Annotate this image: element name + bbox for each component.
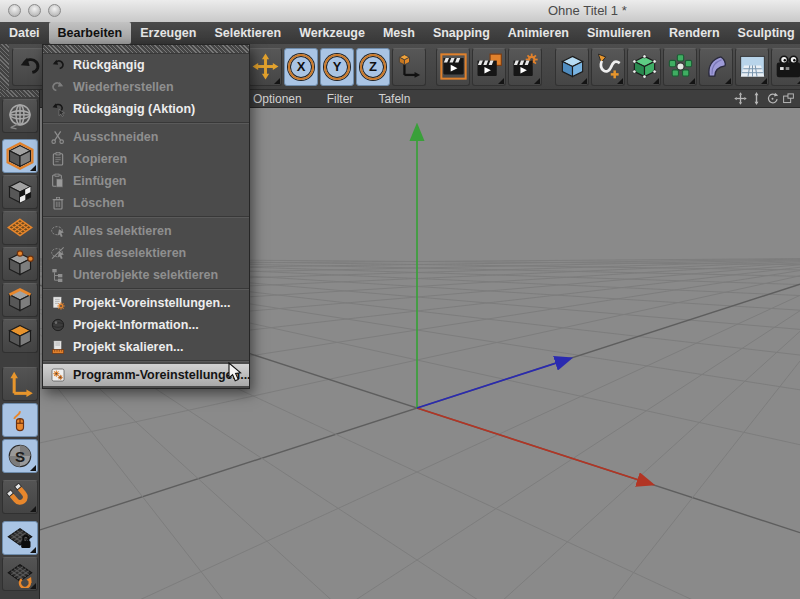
- lock-workplane-button[interactable]: [2, 521, 38, 555]
- mouse-icon: [6, 406, 34, 434]
- planar-workplane-button[interactable]: [2, 557, 38, 591]
- menubar-item-rendern[interactable]: Rendern: [660, 22, 729, 44]
- rotate-view-button[interactable]: [766, 92, 779, 105]
- texture-mode-button[interactable]: [2, 175, 38, 209]
- submenu-corner-icon: [498, 78, 504, 84]
- menu-item-kopieren[interactable]: Kopieren: [43, 148, 249, 170]
- polygons-mode-button[interactable]: [2, 319, 38, 353]
- menu-item-label: Alles selektieren: [73, 224, 172, 238]
- points-mode-button[interactable]: [2, 247, 38, 281]
- menu-item-alles-selektieren[interactable]: Alles selektieren: [43, 220, 249, 242]
- menu-item-alles-deselektieren[interactable]: Alles deselektieren: [43, 242, 249, 264]
- submenu-corner-icon: [30, 547, 36, 553]
- snap-button[interactable]: S: [2, 439, 38, 473]
- close-button[interactable]: [8, 4, 21, 17]
- menu-item-label: Einfügen: [73, 174, 126, 188]
- menu-item-ausschneiden[interactable]: Ausschneiden: [43, 126, 249, 148]
- menu-item-projekt-voreinstellungen[interactable]: Projekt-Voreinstellungen...: [43, 292, 249, 314]
- menubar-item-datei[interactable]: Datei: [0, 22, 49, 44]
- deformer-icon: [703, 53, 730, 80]
- texture-cube-icon: [6, 178, 34, 206]
- menu-item-loeschen[interactable]: Löschen: [43, 192, 249, 214]
- render-settings-button[interactable]: [508, 48, 542, 86]
- magnet-snapping-button[interactable]: [2, 480, 38, 514]
- menubar-item-erzeugen[interactable]: Erzeugen: [131, 22, 205, 44]
- x-axis-lock-button[interactable]: X: [284, 48, 318, 86]
- menubar-item-selektieren[interactable]: Selektieren: [205, 22, 290, 44]
- menu-item-unterobjekte-selektieren[interactable]: Unterobjekte selektieren: [43, 264, 249, 286]
- menu-item-label: Kopieren: [73, 152, 127, 166]
- menubar-item-simulieren[interactable]: Simulieren: [578, 22, 660, 44]
- submenu-corner-icon: [30, 506, 36, 512]
- cloner-icon: [667, 53, 694, 80]
- add-cube-button[interactable]: [555, 48, 589, 86]
- zoom-view-button[interactable]: [750, 92, 763, 105]
- make-editable-button[interactable]: [2, 99, 38, 133]
- menubar-item-sculpting[interactable]: Sculpting: [729, 22, 800, 44]
- menubar: DateiBearbeitenErzeugenSelektierenWerkze…: [0, 22, 800, 45]
- edges-mode-button[interactable]: [2, 283, 38, 317]
- menu-item-projekt-information[interactable]: Projekt-Information...: [43, 314, 249, 336]
- menubar-item-bearbeiten[interactable]: Bearbeiten: [49, 22, 132, 44]
- viewport-nav-controls: [734, 92, 800, 105]
- project-settings-icon: [49, 294, 67, 312]
- polygons-cube-icon: [6, 322, 34, 350]
- menu-item-rueckgaengig-aktion[interactable]: Rückgängig (Aktion): [43, 98, 249, 120]
- camera-button[interactable]: [771, 48, 800, 86]
- z-axis-lock-button[interactable]: Z: [356, 48, 390, 86]
- menu-item-wiederherstellen[interactable]: Wiederherstellen: [43, 76, 249, 98]
- menu-item-label: Löschen: [73, 196, 124, 210]
- workplane-icon: [6, 214, 34, 242]
- menu-item-einfuegen[interactable]: Einfügen: [43, 170, 249, 192]
- undo-button[interactable]: [12, 48, 46, 86]
- enable-axis-button[interactable]: [2, 367, 38, 401]
- viewport-menu-filter[interactable]: Filter: [327, 92, 354, 106]
- toolbar-tearoff-handle[interactable]: [0, 44, 9, 90]
- menubar-item-mesh[interactable]: Mesh: [374, 22, 424, 44]
- scissors-icon: [49, 128, 67, 146]
- viewport-menu-optionen[interactable]: Optionen: [253, 92, 302, 106]
- zoom-button[interactable]: [48, 4, 61, 17]
- model-mode-button[interactable]: [2, 139, 38, 173]
- menu-item-label: Alles deselektieren: [73, 246, 186, 260]
- menubar-item-snapping[interactable]: Snapping: [424, 22, 499, 44]
- camera-icon: [775, 53, 800, 80]
- spline-pen-button[interactable]: [591, 48, 625, 86]
- deformer-button[interactable]: [699, 48, 733, 86]
- render-view-button[interactable]: [436, 48, 470, 86]
- render-picture-viewer-button[interactable]: [472, 48, 506, 86]
- window-titlebar[interactable]: Ohne Titel 1 *: [0, 0, 800, 23]
- workplane-mode-button[interactable]: [2, 211, 38, 245]
- x-axis-lock-button-letter: X: [288, 54, 314, 80]
- menu-item-label: Wiederherstellen: [73, 80, 174, 94]
- viewport-menu-tafeln[interactable]: Tafeln: [378, 92, 410, 106]
- menu-tearoff-handle[interactable]: [43, 45, 249, 54]
- menubar-item-werkzeuge[interactable]: Werkzeuge: [290, 22, 374, 44]
- axis-icon: [6, 370, 34, 398]
- submenu-corner-icon: [30, 465, 36, 471]
- menu-item-label: Rückgängig (Aktion): [73, 102, 195, 116]
- y-axis-lock-button[interactable]: Y: [320, 48, 354, 86]
- move-tool-button[interactable]: [248, 48, 282, 86]
- menu-item-label: Rückgängig: [73, 58, 145, 72]
- svg-text:S: S: [14, 448, 24, 465]
- submenu-corner-icon: [274, 78, 280, 84]
- sidebar-tearoff-handle[interactable]: [0, 90, 40, 97]
- menu-item-projekt-skalieren[interactable]: Projekt skalieren...: [43, 336, 249, 358]
- floor-button[interactable]: [735, 48, 769, 86]
- menu-item-rueckgaengig[interactable]: Rückgängig: [43, 54, 249, 76]
- minimize-button[interactable]: [28, 4, 41, 17]
- cloner-button[interactable]: [663, 48, 697, 86]
- menubar-item-animieren[interactable]: Animieren: [499, 22, 578, 44]
- tweak-mode-button[interactable]: [2, 403, 38, 437]
- y-axis-lock-button-letter: Y: [324, 54, 350, 80]
- menu-item-programm-voreinstellungen[interactable]: Programm-Voreinstellungen...: [43, 364, 249, 386]
- coordinate-system-button[interactable]: [392, 48, 426, 86]
- subdivision-surface-icon: [631, 53, 658, 80]
- subdivision-surface-button[interactable]: [627, 48, 661, 86]
- toggle-view-button[interactable]: [782, 92, 795, 105]
- menu-item-label: Unterobjekte selektieren: [73, 268, 218, 282]
- submenu-corner-icon: [617, 78, 623, 84]
- pan-view-button[interactable]: [734, 92, 747, 105]
- points-cube-icon: [6, 250, 34, 278]
